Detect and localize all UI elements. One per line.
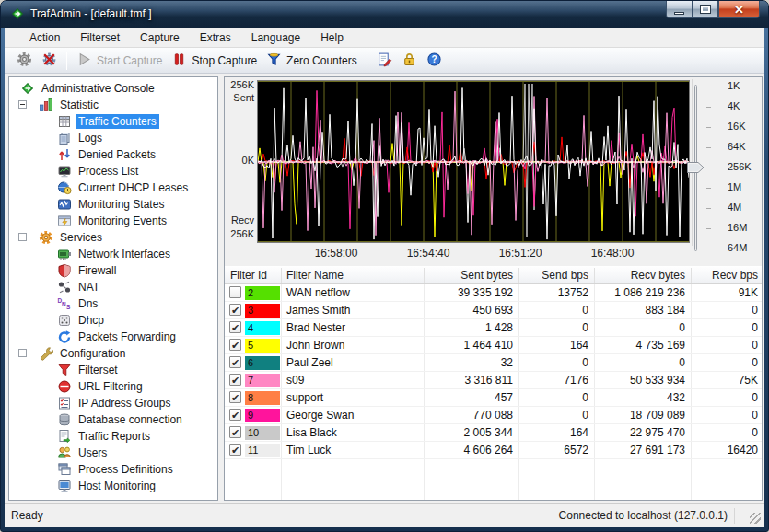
stop-capture-button[interactable]: Stop Capture bbox=[167, 50, 262, 72]
tree-item-label: Process Definitions bbox=[76, 462, 176, 477]
tree-item-dhcp[interactable]: Dhcp bbox=[9, 312, 217, 329]
column-header-recv-bytes[interactable]: Recv bytes bbox=[594, 266, 691, 284]
menu-item-action[interactable]: Action bbox=[19, 29, 70, 47]
tree-item-packets-forwarding[interactable]: Packets Forwarding bbox=[9, 329, 217, 345]
table-row-john-brown[interactable]: ✔5John Brown1 464 4101644 735 1690 bbox=[225, 337, 762, 354]
collapse-expander-icon[interactable] bbox=[18, 349, 27, 357]
collapse-expander-icon[interactable] bbox=[18, 100, 27, 109]
tree-item-firewall[interactable]: Firewall bbox=[9, 262, 217, 279]
table-row-brad-nester[interactable]: ✔4Brad Nester1 428000 bbox=[225, 319, 762, 337]
tree-item-network-interfaces[interactable]: Network Interfaces bbox=[9, 246, 217, 262]
resize-grip[interactable] bbox=[750, 513, 761, 524]
filter-color-swatch: 9 bbox=[245, 409, 280, 422]
configuration-icon bbox=[39, 346, 53, 361]
checkbox-checked[interactable]: ✔ bbox=[229, 444, 241, 456]
tree-item-label: Monitoring States bbox=[76, 197, 167, 212]
cell-recv-bytes: 0 bbox=[594, 354, 691, 371]
table-row-wan-netflow[interactable]: 2WAN netflow39 335 192137521 086 219 236… bbox=[225, 284, 762, 302]
table-header: Filter IdFilter NameSent bytesSend bpsRe… bbox=[225, 266, 762, 284]
tree-item-label: Administrative Console bbox=[39, 81, 157, 96]
zero-counters-button[interactable]: Zero Counters bbox=[262, 50, 362, 72]
scale-slider-thumb[interactable] bbox=[687, 162, 705, 173]
y-axis-sent-label: Sent bbox=[225, 92, 254, 103]
menu-item-language[interactable]: Language bbox=[241, 29, 310, 47]
tree-item-monitoring-events[interactable]: Monitoring Events bbox=[9, 213, 217, 229]
table-row-support[interactable]: ✔8support45704320 bbox=[225, 389, 762, 407]
checkbox-unchecked[interactable] bbox=[229, 286, 241, 298]
url-filtering-icon bbox=[57, 379, 72, 394]
tree-item-dns[interactable]: DNSDns bbox=[9, 295, 217, 312]
table-row-lisa-black[interactable]: ✔10Lisa Black2 005 34416422 975 4700 bbox=[225, 424, 762, 442]
maximize-button[interactable] bbox=[693, 1, 718, 18]
navigation-tree: Administrative ConsoleStatisticTraffic C… bbox=[8, 76, 218, 501]
menu-item-filterset[interactable]: Filterset bbox=[70, 29, 130, 47]
tree-item-ip-address-groups[interactable]: IP Address Groups bbox=[9, 395, 217, 411]
collapse-expander-icon[interactable] bbox=[18, 233, 27, 241]
disconnect-button[interactable] bbox=[37, 50, 62, 72]
tree-item-denied-packets[interactable]: Denied Packets bbox=[9, 146, 217, 163]
tree-item-host-monitoring[interactable]: Host Monitoring bbox=[9, 478, 217, 494]
filter-color-swatch: 7 bbox=[245, 374, 280, 387]
column-header-filter-name[interactable]: Filter Name bbox=[281, 266, 424, 284]
tree-item-traffic-counters[interactable]: Traffic Counters bbox=[9, 113, 217, 130]
lock-button[interactable] bbox=[397, 50, 422, 72]
tree-item-users[interactable]: Users bbox=[9, 445, 217, 461]
menu-item-help[interactable]: Help bbox=[310, 29, 354, 47]
tree-item-current-dhcp-leases[interactable]: Current DHCP Leases bbox=[9, 179, 217, 196]
cell-recv-bps: 0 bbox=[691, 407, 762, 423]
cell-sent-bytes: 450 693 bbox=[424, 302, 518, 318]
tree-item-label: Traffic Reports bbox=[76, 429, 153, 444]
cell-recv-bps: 75K bbox=[691, 372, 762, 388]
table-row-james-smith[interactable]: ✔3James Smith450 6930883 1840 bbox=[225, 302, 762, 319]
table-row-george-swan[interactable]: ✔9George Swan770 088018 709 0890 bbox=[225, 407, 762, 424]
tree-item-logs[interactable]: Logs bbox=[9, 130, 217, 146]
process-definitions-icon bbox=[57, 462, 72, 477]
tree-item-services[interactable]: Services bbox=[9, 229, 217, 246]
tree-item-database-connection[interactable]: Database connection bbox=[9, 411, 217, 428]
settings-button[interactable] bbox=[12, 50, 37, 72]
tree-item-traffic-reports[interactable]: Traffic Reports bbox=[9, 428, 217, 445]
help-button[interactable]: ? bbox=[422, 50, 447, 72]
tree-item-process-definitions[interactable]: Process Definitions bbox=[9, 461, 217, 478]
menu-item-capture[interactable]: Capture bbox=[130, 29, 190, 47]
menu-item-extras[interactable]: Extras bbox=[190, 29, 241, 47]
cell-recv-bps: 0 bbox=[691, 319, 762, 336]
close-button[interactable]: ✕ bbox=[718, 1, 760, 18]
tree-item-configuration[interactable]: Configuration bbox=[9, 345, 217, 362]
tree-item-label: Users bbox=[76, 445, 110, 460]
checkbox-checked[interactable]: ✔ bbox=[229, 426, 241, 438]
filterset-icon bbox=[57, 363, 72, 377]
checkbox-checked[interactable]: ✔ bbox=[229, 391, 241, 403]
tree-item-statistic[interactable]: Statistic bbox=[9, 97, 217, 113]
tree-item-filterset[interactable]: Filterset bbox=[9, 362, 217, 378]
column-header-recv-bps[interactable]: Recv bps bbox=[691, 266, 762, 284]
filter-edit-button[interactable] bbox=[372, 50, 397, 72]
table-row-tim-luck[interactable]: ✔11Tim Luck4 606 264657227 691 17316420 bbox=[225, 442, 762, 459]
tree-item-nat[interactable]: NAT bbox=[9, 279, 217, 295]
traffic-graph bbox=[257, 80, 690, 243]
minimize-button[interactable] bbox=[666, 1, 693, 18]
scale-label-256k: 256K bbox=[728, 161, 752, 172]
start-capture-button[interactable]: Start Capture bbox=[72, 50, 167, 72]
checkbox-checked[interactable]: ✔ bbox=[229, 339, 241, 351]
checkbox-checked[interactable]: ✔ bbox=[229, 374, 241, 386]
column-header-filter-id[interactable]: Filter Id bbox=[225, 266, 281, 284]
status-separator bbox=[734, 508, 735, 524]
checkbox-checked[interactable]: ✔ bbox=[229, 321, 241, 333]
column-header-send-bps[interactable]: Send bps bbox=[518, 266, 594, 284]
tree-item-url-filtering[interactable]: URL Filtering bbox=[9, 378, 217, 395]
tree-item-process-list[interactable]: Process List bbox=[9, 163, 217, 179]
column-header-sent-bytes[interactable]: Sent bytes bbox=[424, 266, 518, 284]
checkbox-checked[interactable]: ✔ bbox=[229, 409, 241, 421]
tree-item-administrative-console[interactable]: Administrative Console bbox=[9, 80, 217, 97]
checkbox-checked[interactable]: ✔ bbox=[229, 356, 241, 368]
table-row-s09[interactable]: ✔7s093 316 811717650 533 93475K bbox=[225, 372, 762, 389]
table-row-paul-zeel[interactable]: ✔6Paul Zeel32000 bbox=[225, 354, 762, 372]
header-separator bbox=[281, 268, 282, 283]
checkbox-checked[interactable]: ✔ bbox=[229, 304, 241, 316]
tree-item-monitoring-states[interactable]: Monitoring States bbox=[9, 196, 217, 213]
cell-name: Paul Zeel bbox=[281, 354, 424, 371]
titlebar[interactable]: TrafAdmin - [default.tmf ] ✕ bbox=[1, 1, 768, 28]
app-icon bbox=[10, 6, 25, 21]
tree-item-label: Process List bbox=[76, 164, 141, 179]
